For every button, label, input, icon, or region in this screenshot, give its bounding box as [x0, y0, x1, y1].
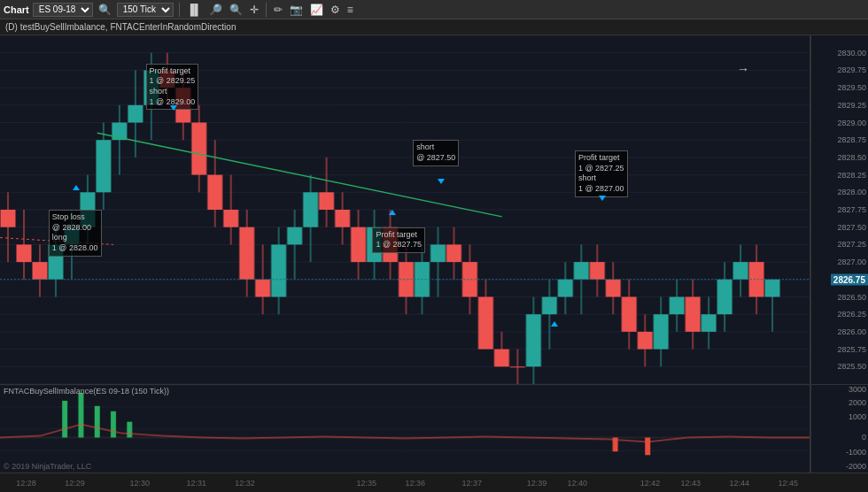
- time-label: 12:37: [462, 479, 483, 488]
- chart-container: → Profit target1 @ 2829.25short1 @ 2829.…: [0, 35, 810, 473]
- more-icon[interactable]: ≡: [345, 4, 355, 16]
- main-content: → Profit target1 @ 2829.25short1 @ 2829.…: [0, 35, 868, 473]
- app-title: Chart: [4, 4, 29, 15]
- indicator-chart[interactable]: FNTACBuySellImbalance(ES 09-18 (150 Tick…: [0, 384, 810, 473]
- time-axis: 12:2812:2912:3012:3112:3212:3512:3612:37…: [0, 473, 868, 492]
- subtitle-bar: (D) testBuySellImbalance, FNTACEnterInRa…: [0, 19, 868, 35]
- chart-type-select[interactable]: 150 Tick: [117, 3, 174, 17]
- strategy-icon[interactable]: 📈: [308, 4, 325, 16]
- time-label: 12:35: [357, 479, 377, 488]
- zoom-in-icon[interactable]: 🔎: [207, 4, 224, 16]
- time-label: 12:44: [730, 479, 750, 488]
- time-label: 12:39: [527, 479, 547, 488]
- time-label: 12:40: [568, 479, 588, 488]
- copyright: © 2019 NinjaTrader, LLC: [4, 462, 91, 471]
- arrow-up-2: [389, 210, 396, 215]
- price-axis-main: 2830.002829.752829.502829.252829.002828.…: [811, 35, 868, 384]
- arrow-down-2: [438, 179, 445, 184]
- indicator-label: FNTACBuySellImbalance(ES 09-18 (150 Tick…: [4, 387, 169, 396]
- price-axis-indicator: 3000200010000-1000-2000: [811, 384, 868, 473]
- time-label: 12:29: [65, 479, 85, 488]
- toolbar: Chart ES 09-18 🔍 150 Tick ▐▌ 🔎 🔍 ✛ ✏ 📷 📈…: [0, 0, 868, 19]
- instrument-select[interactable]: ES 09-18: [33, 3, 93, 17]
- bars-icon[interactable]: ▐▌: [185, 4, 204, 16]
- screenshot-icon[interactable]: 📷: [288, 4, 305, 16]
- subtitle-text: (D) testBuySellImbalance, FNTACEnterInRa…: [5, 22, 236, 32]
- arrow-up-3: [551, 321, 558, 327]
- time-label: 12:31: [186, 479, 206, 488]
- price-axis: 2830.002829.752829.502829.252829.002828.…: [810, 35, 868, 473]
- zoom-out-icon[interactable]: 🔍: [228, 4, 244, 16]
- chart-settings-icon[interactable]: ⚙: [329, 4, 342, 16]
- arrow-up-1: [73, 185, 80, 190]
- separator-2: [266, 3, 267, 17]
- time-label: 12:36: [406, 479, 426, 488]
- arrow-right-icon: →: [737, 62, 749, 76]
- price-chart[interactable]: → Profit target1 @ 2829.25short1 @ 2829.…: [0, 35, 810, 384]
- time-label: 12:43: [681, 479, 701, 488]
- time-label: 12:32: [235, 479, 255, 488]
- crosshair-icon[interactable]: ✛: [248, 4, 260, 16]
- time-label: 12:28: [16, 479, 36, 488]
- arrow-down-3: [599, 196, 606, 201]
- time-label: 12:45: [778, 479, 798, 488]
- separator-1: [179, 3, 180, 17]
- draw-icon[interactable]: ✏: [272, 4, 284, 16]
- time-label: 12:42: [640, 479, 661, 488]
- arrow-down-1: [170, 105, 177, 111]
- search-icon[interactable]: 🔍: [97, 4, 113, 16]
- time-label: 12:30: [129, 479, 150, 488]
